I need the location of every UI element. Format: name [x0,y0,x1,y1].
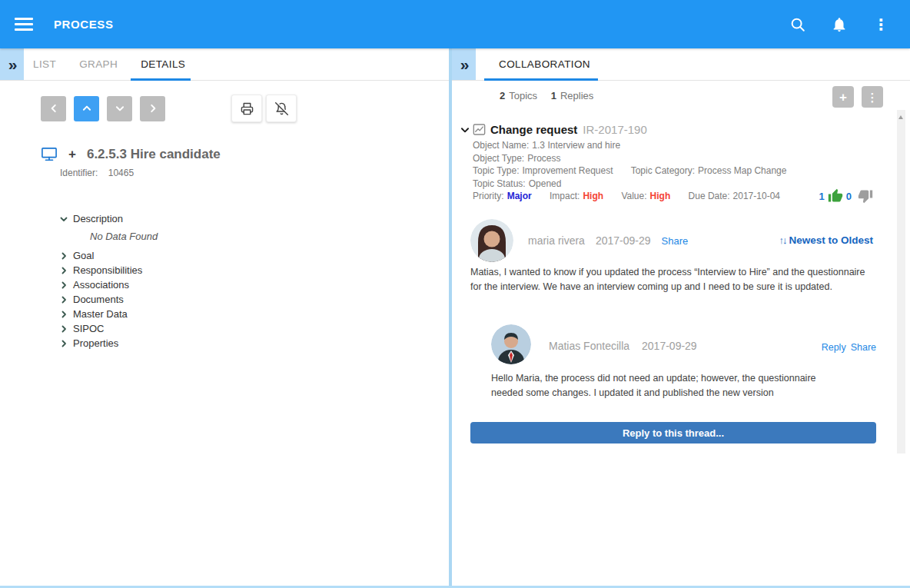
section-label: Documents [73,294,124,305]
app-bar: PROCESS ⋮ [0,0,910,48]
meta-value: Opened [529,178,562,189]
menu-icon[interactable] [15,18,33,31]
comment-author: maria rivera [528,234,585,247]
chevron-down-icon [460,125,470,135]
avatar-maria-rivera[interactable] [470,219,513,262]
add-topic-button[interactable]: + [832,86,854,108]
share-link[interactable]: Share [662,235,689,247]
replies-count: 1 [551,90,556,101]
chevron-right-icon [59,281,68,290]
comment-text: Matias, I wanted to know if you updated … [470,265,868,294]
section-label: Responsibilities [73,264,142,276]
scroll-up-arrow-icon[interactable] [898,115,903,119]
page-title: PROCESS [54,18,114,31]
topic-header[interactable]: Change request IR-2017-190 [460,123,647,136]
nav-next-button[interactable] [140,96,165,121]
object-header: + 6.2.5.3 Hire candidate [41,147,221,162]
sort-label: Newest to Oldest [789,234,873,246]
tab-graph[interactable]: GRAPH [79,58,118,70]
section-properties[interactable]: Properties [59,336,158,350]
chevron-right-icon [148,103,158,114]
expand-object-button[interactable]: + [68,147,76,162]
meta-line-object-type: Object Type:Process [473,152,802,165]
comment-meta-row: Matias Fontecilla 2017-09-29 [549,340,697,352]
meta-label: Value: [621,191,646,201]
thumbs-down-icon[interactable] [858,188,873,204]
reply-actions: Reply Share [822,342,876,353]
chevron-down-icon [115,103,125,114]
section-label: SIPOC [73,323,104,334]
topic-metadata: Object Name:1.3 Interview and hire Objec… [473,139,802,203]
section-master-data[interactable]: Master Data [59,307,158,321]
tab-details[interactable]: DETAILS [141,58,185,70]
value-value: High [650,191,671,201]
reply-to-thread-button[interactable]: Reply to this thread... [470,422,876,443]
meta-value: Process [527,153,560,164]
meta-line-topic-status: Topic Status:Opened [473,178,802,191]
chevron-down-icon [59,214,68,224]
identifier-row: Identifier: 10465 [60,168,134,178]
bell-off-icon [275,102,288,115]
meta-value: Improvement Request [522,165,613,176]
comment-author: Matias Fontecilla [549,340,629,352]
nav-up-button[interactable] [74,96,99,121]
reply-link[interactable]: Reply [822,342,846,353]
overflow-menu-icon[interactable]: ⋮ [872,15,890,34]
topic-reference: IR-2017-190 [583,123,646,136]
left-tabbar: » LIST GRAPH DETAILS [0,48,449,81]
tab-list[interactable]: LIST [33,58,56,70]
notifications-bell-icon[interactable] [830,15,849,34]
chevron-right-icon [59,251,68,261]
expand-panel-button[interactable]: » [0,48,24,80]
meta-label: Topic Category: [631,165,695,176]
sort-order-control[interactable]: ↑↓ Newest to Oldest [779,234,873,246]
section-associations[interactable]: Associations [59,277,158,292]
meta-label: Due Date: [689,191,730,201]
topics-label: Topics [509,90,537,101]
meta-label: Object Type: [473,153,524,164]
scrollbar[interactable] [897,110,905,453]
chevron-right-icon [59,324,68,334]
section-goal[interactable]: Goal [59,248,158,263]
printer-icon [241,102,254,115]
meta-value: Process Map Change [698,165,786,176]
print-button[interactable] [231,95,262,122]
topic-options-button[interactable]: ⋮ [862,86,883,108]
comment-date: 2017-09-29 [596,234,651,247]
likes-count: 1 [819,191,825,202]
meta-label: Priority: [473,191,504,201]
replies-label: Replies [560,90,593,101]
section-description[interactable]: Description [59,211,158,226]
section-documents[interactable]: Documents [59,292,158,307]
collaboration-summary: 2Topics 1Replies [500,90,593,101]
tab-collaboration[interactable]: COLLABORATION [499,58,590,70]
section-sipoc[interactable]: SIPOC [59,321,158,336]
section-label: Goal [73,250,94,261]
sort-arrows-icon: ↑↓ [779,234,785,246]
nav-down-button[interactable] [107,96,132,121]
meta-label: Topic Type: [473,165,519,176]
right-tabbar: » COLLABORATION [452,48,910,81]
plus-icon: + [839,91,847,104]
section-responsibilities[interactable]: Responsibilities [59,263,158,277]
nav-previous-button[interactable] [41,96,66,121]
impact-value: High [583,191,603,201]
comment-date: 2017-09-29 [642,340,697,352]
search-icon[interactable] [789,15,807,34]
no-data-found-text: No Data Found [90,231,158,242]
meta-line-topic-type: Topic Type:Improvement Request Topic Cat… [473,164,802,178]
details-sections-tree: Description No Data Found Goal Responsib… [59,211,158,350]
chevron-right-icon [59,339,68,348]
share-link[interactable]: Share [851,342,876,353]
collaboration-content: 2Topics 1Replies + ⋮ [452,81,910,586]
app-window: PROCESS ⋮ » [0,0,910,588]
section-label: Description [73,213,123,224]
meta-line-priority: Priority:Major Impact:High Value:High Du… [473,190,802,203]
chevron-up-icon [81,103,92,114]
unsubscribe-button[interactable] [266,95,297,122]
expand-panel-button[interactable]: » [452,48,476,80]
process-monitor-icon [41,147,58,162]
chevron-right-icon [59,310,68,319]
thumbs-up-icon[interactable] [828,188,843,204]
avatar-matias-fontecilla[interactable] [491,324,531,364]
